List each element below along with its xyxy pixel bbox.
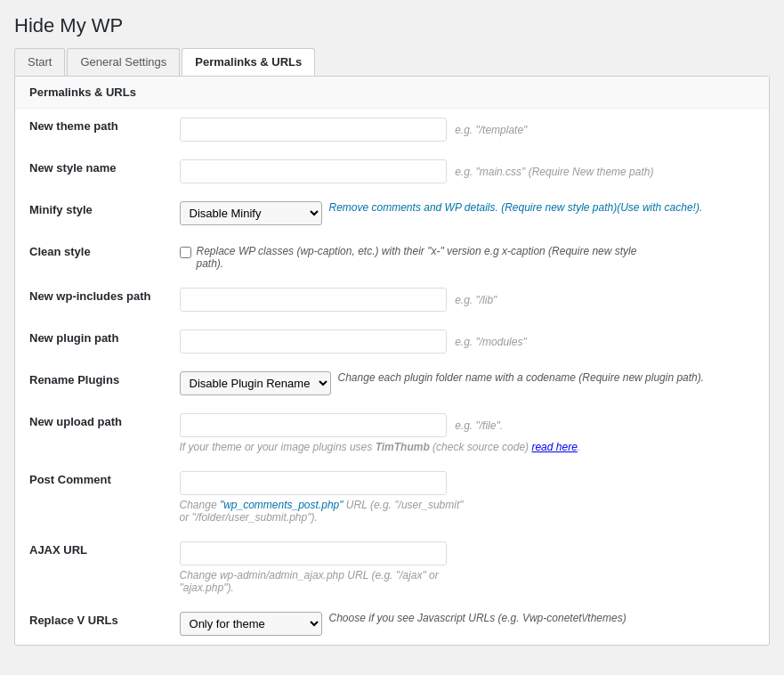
cell-new-plugin-path: e.g. "/modules" [166, 321, 769, 362]
cell-new-wp-includes-path: e.g. "/lib" [166, 279, 769, 321]
page-title: Hide My WP [14, 14, 770, 37]
row-minify-style: Minify style Disable Minify Enable Minif… [15, 192, 769, 234]
input-ajax-url[interactable] [180, 541, 447, 565]
input-new-style-name[interactable] [180, 159, 447, 183]
hint-new-upload-path: e.g. "/file". [455, 419, 503, 432]
desc-post-comment-pre: Change [180, 499, 220, 511]
desc-post-comment-mid: URL (e.g. "/user_submit" [343, 499, 463, 511]
tab-start[interactable]: Start [14, 48, 65, 76]
sub-note-link[interactable]: read here [531, 441, 577, 453]
label-replace-v-urls: Replace V URLs [15, 603, 166, 645]
cell-new-theme-path: e.g. "/template" [166, 109, 769, 150]
label-new-wp-includes-path: New wp-includes path [15, 279, 166, 321]
select-minify-style[interactable]: Disable Minify Enable Minify [180, 201, 322, 225]
row-replace-v-urls: Replace V URLs Only for theme For all UR… [15, 603, 769, 645]
row-new-theme-path: New theme path e.g. "/template" [15, 109, 769, 150]
panel: Permalinks & URLs New theme path e.g. "/… [14, 76, 770, 646]
desc-post-comment-end: or "/folder/user_submit.php"). [180, 511, 318, 524]
desc-clean-style: Replace WP classes (wp-caption, etc.) wi… [197, 245, 642, 270]
label-rename-plugins: Rename Plugins [15, 362, 166, 404]
label-new-upload-path: New upload path [15, 404, 166, 462]
cell-replace-v-urls: Only for theme For all URLs Disable Choo… [166, 603, 769, 645]
desc-post-comment: Change "wp_comments_post.php" URL (e.g. … [180, 499, 755, 524]
input-new-plugin-path[interactable] [180, 329, 447, 354]
row-clean-style: Clean style Replace WP classes (wp-capti… [15, 234, 769, 279]
label-minify-style: Minify style [15, 192, 166, 234]
row-rename-plugins: Rename Plugins Disable Plugin Rename Ena… [15, 362, 769, 404]
tab-permalinks-urls[interactable]: Permalinks & URLs [182, 48, 315, 76]
panel-header: Permalinks & URLs [15, 77, 769, 109]
row-new-wp-includes-path: New wp-includes path e.g. "/lib" [15, 279, 769, 321]
label-post-comment: Post Comment [15, 462, 166, 533]
input-new-theme-path[interactable] [180, 118, 447, 142]
tab-general-settings[interactable]: General Settings [67, 48, 180, 76]
desc-ajax-url-line1: Change wp-admin/admin_ajax.php URL (e.g.… [180, 569, 439, 581]
hint-new-style-name: e.g. "main.css" (Require New theme path) [455, 166, 653, 178]
row-new-plugin-path: New plugin path e.g. "/modules" [15, 321, 769, 362]
sub-note-mid: (check source code) [430, 441, 532, 453]
hint-new-wp-includes-path: e.g. "/lib" [455, 294, 497, 306]
sub-note-end: . [578, 441, 580, 453]
hint-new-plugin-path: e.g. "/modules" [455, 336, 527, 348]
desc-rename-plugins: Change each plugin folder name with a co… [338, 371, 705, 384]
cell-rename-plugins: Disable Plugin Rename Enable Plugin Rena… [166, 362, 769, 404]
sub-note-bold: TimThumb [376, 441, 430, 453]
row-ajax-url: AJAX URL Change wp-admin/admin_ajax.php … [15, 533, 769, 603]
row-new-style-name: New style name e.g. "main.css" (Require … [15, 150, 769, 192]
desc-ajax-url-line2: "ajax.php"). [180, 581, 234, 594]
input-new-upload-path[interactable] [180, 413, 447, 437]
cell-post-comment: Change "wp_comments_post.php" URL (e.g. … [166, 462, 769, 533]
row-new-upload-path: New upload path e.g. "/file". If your th… [15, 404, 769, 462]
checkbox-clean-style[interactable] [180, 247, 191, 258]
tab-bar: Start General Settings Permalinks & URLs [14, 48, 770, 76]
cell-clean-style: Replace WP classes (wp-caption, etc.) wi… [166, 234, 769, 279]
input-new-wp-includes-path[interactable] [180, 288, 447, 312]
label-new-theme-path: New theme path [15, 109, 166, 150]
select-rename-plugins[interactable]: Disable Plugin Rename Enable Plugin Rena… [180, 371, 331, 395]
select-replace-v-urls[interactable]: Only for theme For all URLs Disable [180, 612, 322, 636]
label-clean-style: Clean style [15, 234, 166, 279]
label-new-style-name: New style name [15, 150, 166, 192]
input-post-comment[interactable] [180, 471, 447, 495]
desc-post-comment-quoted: "wp_comments_post.php" [220, 499, 344, 511]
sub-note-plain: If your theme or your image plugins uses [180, 441, 376, 453]
desc-minify-style: Remove comments and WP details. (Require… [329, 201, 703, 214]
cell-minify-style: Disable Minify Enable Minify Remove comm… [166, 192, 769, 234]
sub-note-upload-path: If your theme or your image plugins uses… [180, 441, 755, 453]
form-table: New theme path e.g. "/template" New styl… [15, 109, 769, 645]
cell-new-upload-path: e.g. "/file". If your theme or your imag… [166, 404, 769, 462]
cell-new-style-name: e.g. "main.css" (Require New theme path) [166, 150, 769, 192]
cell-ajax-url: Change wp-admin/admin_ajax.php URL (e.g.… [166, 533, 769, 603]
desc-ajax-url: Change wp-admin/admin_ajax.php URL (e.g.… [180, 569, 755, 594]
row-post-comment: Post Comment Change "wp_comments_post.ph… [15, 462, 769, 533]
desc-replace-v-urls: Choose if you see Javascript URLs (e.g. … [329, 612, 626, 624]
label-ajax-url: AJAX URL [15, 533, 166, 603]
label-new-plugin-path: New plugin path [15, 321, 166, 362]
hint-new-theme-path: e.g. "/template" [455, 124, 527, 136]
